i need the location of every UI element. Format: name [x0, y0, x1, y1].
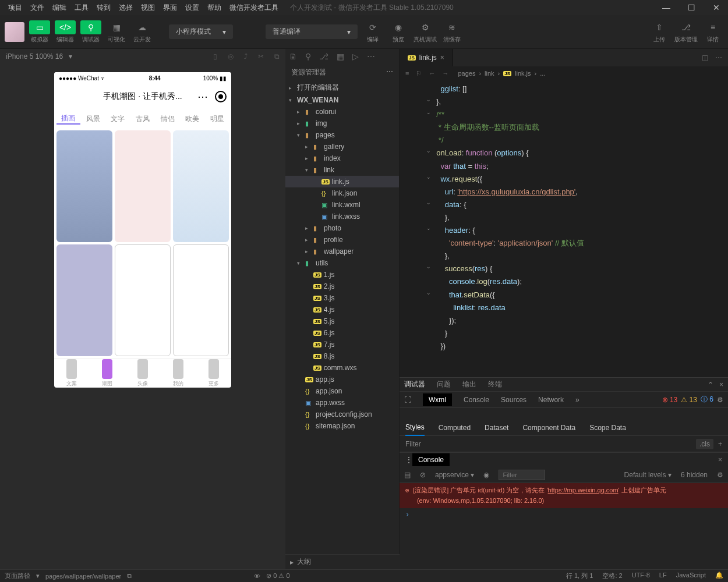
forward-icon[interactable]: → [442, 70, 448, 77]
code-editor[interactable]: gglist: [] ⌄ }, ⌄ /** * 生命周期函数--监听页面加载 *… [400, 80, 728, 377]
ext-icon[interactable]: ▦ [337, 52, 344, 61]
subtab-wxml[interactable]: Wxml [423, 393, 452, 406]
error-count[interactable]: ⊗ 13 [662, 396, 678, 404]
debugger-button[interactable]: ⚲ [80, 20, 101, 34]
version-button[interactable]: ⎇ [676, 20, 697, 34]
cls-toggle[interactable]: .cls [696, 439, 713, 449]
file-5js[interactable]: JS5.js [285, 315, 399, 327]
close-icon[interactable]: ✕ [709, 1, 723, 15]
tab-text[interactable]: 文字 [106, 114, 130, 124]
open-editors-section[interactable]: ▸打开的编辑器 [285, 81, 399, 94]
menu-edit[interactable]: 编辑 [49, 1, 70, 15]
cut-icon[interactable]: ✂ [258, 52, 264, 61]
close-tab-icon[interactable]: × [440, 54, 444, 62]
nav-wenan[interactable]: 文案 [54, 359, 90, 388]
file-sitemap[interactable]: {}sitemap.json [285, 420, 399, 432]
project-root[interactable]: ▾WX_WENAN [285, 94, 399, 106]
remote-debug-button[interactable]: ⚙ [415, 20, 436, 34]
copy-icon[interactable]: ⧉ [274, 52, 280, 61]
file-link-json[interactable]: {}link.json [285, 187, 399, 199]
subtab-more[interactable]: » [575, 396, 579, 404]
console-menu-icon[interactable]: ⋮ [405, 456, 412, 464]
bookmark-icon[interactable]: ⚐ [416, 70, 422, 77]
file-app-js[interactable]: JSapp.js [285, 374, 399, 385]
upload-button[interactable]: ⇧ [649, 20, 670, 34]
bell-icon[interactable]: 🔔 [715, 572, 723, 580]
hidden-count[interactable]: 6 hidden [681, 471, 708, 479]
console-close-icon[interactable]: × [718, 456, 722, 464]
folder-pages[interactable]: ▾▮pages [285, 129, 399, 141]
scope-data-tab[interactable]: Scope Data [589, 424, 626, 432]
compile-button[interactable]: ⟳ [362, 20, 383, 34]
menu-tools[interactable]: 工具 [71, 1, 92, 15]
error-link[interactable]: https://mp.weixin.qq.com [548, 487, 619, 494]
align-icon[interactable]: ≡ [405, 70, 409, 77]
menu-file[interactable]: 文件 [27, 1, 48, 15]
wallpaper-thumb[interactable] [56, 244, 112, 356]
minimize-icon[interactable]: — [659, 1, 674, 15]
file-7js[interactable]: JS7.js [285, 339, 399, 350]
folder-link[interactable]: ▾▮link [285, 164, 399, 176]
device-label[interactable]: iPhone 5 100% 16 [6, 52, 63, 61]
folder-colorui[interactable]: ▸▮colorui [285, 106, 399, 118]
tab-star[interactable]: 明星 [205, 114, 229, 124]
console-sidebar-icon[interactable]: ▤ [404, 471, 411, 479]
encoding[interactable]: UTF-8 [632, 572, 650, 580]
editor-tab-linkjs[interactable]: JS link.js × [400, 49, 453, 66]
compile-dropdown[interactable]: 普通编译▾ [266, 24, 358, 39]
folder-img[interactable]: ▸▮img [285, 118, 399, 129]
console-prompt[interactable]: › [400, 508, 728, 521]
outline-section[interactable]: ▸大纲 [285, 554, 400, 569]
folder-utils[interactable]: ▾▮utils [285, 257, 399, 269]
preview-button[interactable]: ◉ [388, 20, 409, 34]
filter-input[interactable]: Filter [405, 440, 421, 448]
indent-setting[interactable]: 空格: 2 [602, 572, 622, 580]
more-icon[interactable]: ⋯ [367, 52, 375, 61]
share-icon[interactable]: ⤴ [244, 52, 248, 61]
phone-icon[interactable]: ▯ [213, 52, 217, 61]
editor-more-icon[interactable]: ⋯ [715, 54, 722, 62]
menu-goto[interactable]: 转到 [93, 1, 114, 15]
menu-ui[interactable]: 界面 [160, 1, 181, 15]
nav-avatar[interactable]: 头像 [125, 359, 161, 388]
computed-tab[interactable]: Computed [439, 424, 471, 432]
menu-project[interactable]: 项目 [5, 1, 26, 15]
devtools-close-icon[interactable]: × [719, 381, 723, 389]
editor-button[interactable]: </> [55, 20, 76, 34]
component-data-tab[interactable]: Component Data [522, 424, 575, 432]
detail-button[interactable]: ≡ [702, 20, 723, 34]
copy-path-icon[interactable]: ⧉ [127, 572, 132, 580]
inspect-icon[interactable]: ⛶ [404, 396, 411, 404]
wallpaper-thumb[interactable] [173, 130, 229, 242]
tab-ancient[interactable]: 古风 [131, 114, 155, 124]
warning-count[interactable]: ⚠ 13 [681, 396, 697, 404]
tab-illustration[interactable]: 插画 [56, 113, 80, 125]
language-mode[interactable]: JavaScript [676, 572, 706, 580]
gear-icon[interactable]: ⚙ [717, 396, 723, 404]
dataset-tab[interactable]: Dataset [485, 424, 508, 432]
explorer-more-icon[interactable]: ⋯ [386, 68, 393, 77]
folder-photo[interactable]: ▸▮photo [285, 222, 399, 234]
cursor-position[interactable]: 行 1, 列 1 [566, 572, 593, 580]
levels-dropdown[interactable]: Default levels ▾ [624, 471, 672, 479]
menu-wechat[interactable]: 微信开发者工具 [226, 1, 282, 15]
page-path-label[interactable]: 页面路径 [5, 572, 30, 580]
tab-western[interactable]: 欧美 [181, 114, 204, 124]
styles-tab[interactable]: Styles [405, 420, 425, 436]
cloud-button[interactable]: ☁ [132, 20, 153, 34]
file-1js[interactable]: JS1.js [285, 269, 399, 281]
chevron-up-icon[interactable]: ⌃ [708, 381, 713, 389]
record-icon[interactable]: ◎ [228, 52, 234, 61]
tab-terminal[interactable]: 终端 [488, 379, 502, 389]
clear-console-icon[interactable]: ⊘ [420, 471, 426, 479]
file-link-wxss[interactable]: ▣link.wxss [285, 211, 399, 222]
capsule-button[interactable] [215, 91, 227, 102]
tab-couple[interactable]: 情侣 [156, 114, 179, 124]
context-dropdown[interactable]: appservice ▾ [435, 471, 474, 479]
subtab-console[interactable]: Console [464, 396, 489, 404]
console-tab[interactable]: Console [412, 453, 450, 466]
menu-dots-icon[interactable]: ⋯ [197, 90, 208, 103]
menu-help[interactable]: 帮助 [204, 1, 225, 15]
tab-problems[interactable]: 问题 [437, 379, 451, 389]
simulator-button[interactable]: ▭ [29, 20, 50, 34]
